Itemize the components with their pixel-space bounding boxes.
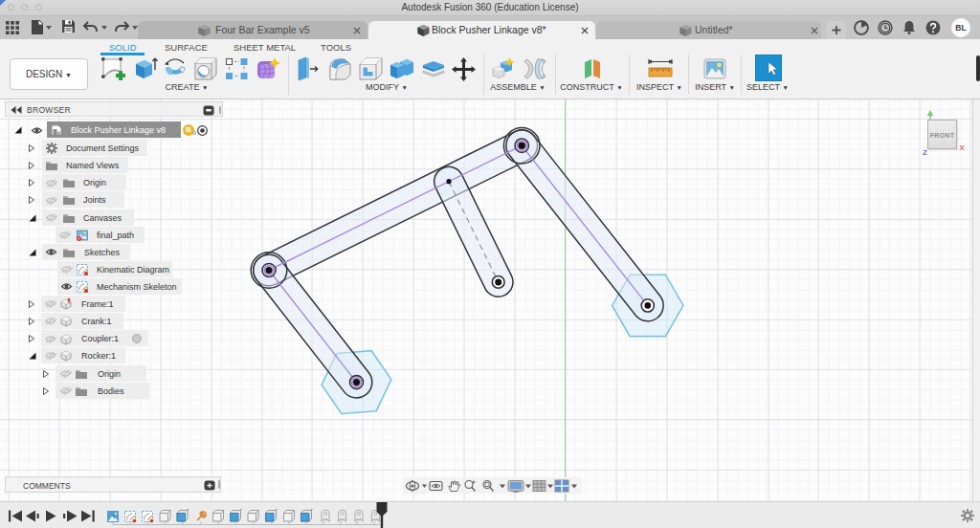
svg-text:X: X	[960, 143, 966, 152]
svg-text:Z: Z	[923, 148, 927, 157]
